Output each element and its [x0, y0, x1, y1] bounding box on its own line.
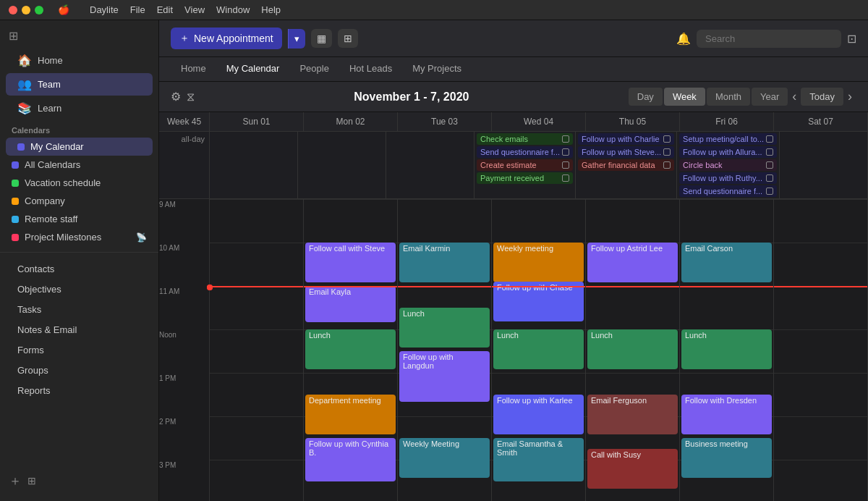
- view-day-button[interactable]: Day: [629, 88, 663, 106]
- minimize-button[interactable]: [22, 6, 30, 14]
- sidebar-item-home[interactable]: 🏠 Home: [6, 49, 153, 72]
- split-view-icon[interactable]: ⊡: [847, 32, 856, 46]
- day-col-1[interactable]: Follow call with SteveEmail KaylaLunchDe…: [304, 199, 398, 501]
- sidebar-item-groups[interactable]: Groups: [6, 361, 153, 380]
- cal-view-button[interactable]: ▦: [311, 29, 332, 48]
- sidebar-item-objectives[interactable]: Objectives: [6, 279, 153, 299]
- menu-file[interactable]: File: [130, 4, 145, 15]
- new-appointment-dropdown[interactable]: ▾: [288, 29, 305, 49]
- sidebar-item-forms[interactable]: Forms: [6, 340, 153, 360]
- all-day-send-questionnaire[interactable]: Send questionnaire f...: [477, 146, 573, 158]
- all-day-check-emails[interactable]: Check emails: [477, 133, 573, 145]
- menu-help[interactable]: Help: [261, 4, 281, 15]
- filter-icon[interactable]: ⧖: [187, 90, 195, 104]
- maximize-button[interactable]: [35, 6, 43, 14]
- calendar-event[interactable]: Follow with Dresden: [681, 395, 772, 434]
- sidebar-item-reports[interactable]: Reports: [6, 381, 153, 400]
- calendar-event[interactable]: Call with Susy: [587, 449, 678, 489]
- tab-my-projects[interactable]: My Projects: [402, 57, 472, 81]
- calendar-event[interactable]: Email Samantha & Smith: [493, 438, 584, 481]
- calendar-event[interactable]: Lunch: [493, 329, 584, 369]
- view-month-button[interactable]: Month: [707, 88, 750, 106]
- new-appointment-button[interactable]: ＋ New Appointment: [171, 28, 282, 49]
- sidebar-grid-button[interactable]: ⊞: [27, 475, 36, 487]
- calendar-event[interactable]: Department meeting: [305, 395, 396, 434]
- menu-edit[interactable]: Edit: [157, 4, 173, 15]
- calendar-event[interactable]: Business meeting: [681, 438, 772, 478]
- add-sidebar-button[interactable]: ＋: [9, 472, 22, 489]
- sidebar-item-tasks[interactable]: Tasks: [6, 300, 153, 319]
- calendar-event[interactable]: Follow up with Chase: [493, 282, 584, 321]
- sidebar-item-company[interactable]: Company: [0, 192, 158, 210]
- calendar-event[interactable]: Email Kayla: [305, 286, 396, 322]
- calendar-event[interactable]: Email Ferguson: [587, 395, 678, 434]
- calendar-event[interactable]: Email Carson: [681, 243, 772, 282]
- menu-window[interactable]: Window: [216, 4, 250, 15]
- all-day-circle-back[interactable]: Circle back: [679, 159, 777, 171]
- window-controls[interactable]: [9, 6, 43, 14]
- calendar-event[interactable]: Email Karmin: [399, 243, 490, 282]
- all-day-label: all-day: [159, 132, 210, 198]
- tab-people[interactable]: People: [289, 57, 339, 81]
- sidebar-item-all-calendars[interactable]: All Calendars: [0, 156, 158, 174]
- sidebar-item-contacts[interactable]: Contacts: [6, 259, 153, 279]
- sidebar-toggle-icon[interactable]: ⊞: [9, 29, 18, 43]
- calendar-event[interactable]: Weekly meeting: [493, 243, 584, 282]
- all-day-follow-ruthy[interactable]: Follow up with Ruthy...: [679, 172, 777, 184]
- calendar-event[interactable]: Lunch: [587, 329, 678, 369]
- calendar-event[interactable]: Follow up Astrid Lee: [587, 243, 678, 282]
- vacation-label: Vacation schedule: [25, 177, 101, 188]
- search-input[interactable]: [697, 30, 841, 48]
- all-day-payment-received[interactable]: Payment received: [477, 172, 573, 184]
- calendar-event[interactable]: Lunch: [681, 329, 772, 369]
- all-day-follow-charlie[interactable]: Follow up with Charlie: [578, 133, 674, 145]
- view-week-button[interactable]: Week: [664, 88, 705, 106]
- day-col-3[interactable]: Weekly meetingFollow up with ChaseLunchF…: [492, 199, 586, 501]
- all-day-create-estimate[interactable]: Create estimate: [477, 159, 573, 171]
- day-col-4[interactable]: Follow up Astrid LeeLunchEmail FergusonC…: [586, 199, 680, 501]
- current-time-indicator: [680, 286, 773, 287]
- today-button[interactable]: Today: [801, 88, 843, 106]
- sidebar-item-learn[interactable]: 📚 Learn: [6, 97, 153, 119]
- day-col-5[interactable]: Email CarsonLunchFollow with DresdenBusi…: [680, 199, 774, 501]
- tab-my-calendar[interactable]: My Calendar: [216, 57, 290, 81]
- prev-button[interactable]: ‹: [788, 88, 801, 106]
- tab-home[interactable]: Home: [171, 57, 216, 81]
- menu-view[interactable]: View: [184, 4, 205, 15]
- tab-hot-leads[interactable]: Hot Leads: [339, 57, 402, 81]
- calendar-event[interactable]: Follow up with Cynthia B.: [305, 438, 396, 481]
- menu-daylite[interactable]: Daylite: [90, 4, 119, 15]
- next-button[interactable]: ›: [843, 88, 856, 106]
- day-col-2[interactable]: Email KarminLunchFollow up with LangdunW…: [398, 199, 492, 501]
- calendar-event[interactable]: Follow up with Karlee: [493, 395, 584, 434]
- all-day-follow-steve[interactable]: Follow up with Steve...: [578, 146, 674, 158]
- sidebar-item-vacation-schedule[interactable]: Vacation schedule: [0, 174, 158, 192]
- calendar-event[interactable]: Follow call with Steve: [305, 243, 396, 282]
- hour-line: [774, 243, 867, 243]
- grid-view-button[interactable]: ⊞: [338, 29, 358, 48]
- all-day-gather-financial[interactable]: Gather financial data: [578, 159, 674, 171]
- day-col-0[interactable]: Dog Park: [210, 199, 304, 501]
- hour-line: [774, 416, 867, 417]
- settings-icon[interactable]: ⚙: [171, 90, 181, 104]
- sidebar-item-my-calendar[interactable]: My Calendar: [6, 138, 153, 156]
- calendar-event[interactable]: Weekly Meeting: [399, 438, 490, 478]
- calendar-event[interactable]: Lunch: [399, 308, 490, 348]
- day-col-6[interactable]: Dog Park: [774, 199, 868, 501]
- calendar-event[interactable]: Follow up with Langdun: [399, 351, 490, 402]
- sidebar-item-notes-email[interactable]: Notes & Email: [6, 320, 153, 340]
- all-day-send-q2[interactable]: Send questionnaire f...: [679, 185, 777, 197]
- content-area: ＋ New Appointment ▾ ▦ ⊞ 🔔 ⊡ Home My Cale…: [159, 20, 868, 501]
- calendar-grid: Week 45 Sun 01 Mon 02 Tue 03 Wed 04 Thu …: [159, 112, 868, 501]
- apple-menu-icon[interactable]: 🍎: [58, 4, 69, 15]
- calendar-event[interactable]: Lunch: [305, 329, 396, 369]
- bell-icon[interactable]: 🔔: [676, 32, 691, 46]
- sidebar-item-team[interactable]: 👥 Team: [6, 73, 153, 96]
- hour-line: [210, 199, 303, 200]
- sidebar-item-remote-staff[interactable]: Remote staff: [0, 210, 158, 228]
- close-button[interactable]: [9, 6, 17, 14]
- all-day-setup-meeting[interactable]: Setup meeting/call to...: [679, 133, 777, 145]
- sidebar-item-project-milestones[interactable]: Project Milestones 📡: [0, 228, 158, 246]
- view-year-button[interactable]: Year: [752, 88, 788, 106]
- all-day-follow-allura[interactable]: Follow up with Allura...: [679, 146, 777, 158]
